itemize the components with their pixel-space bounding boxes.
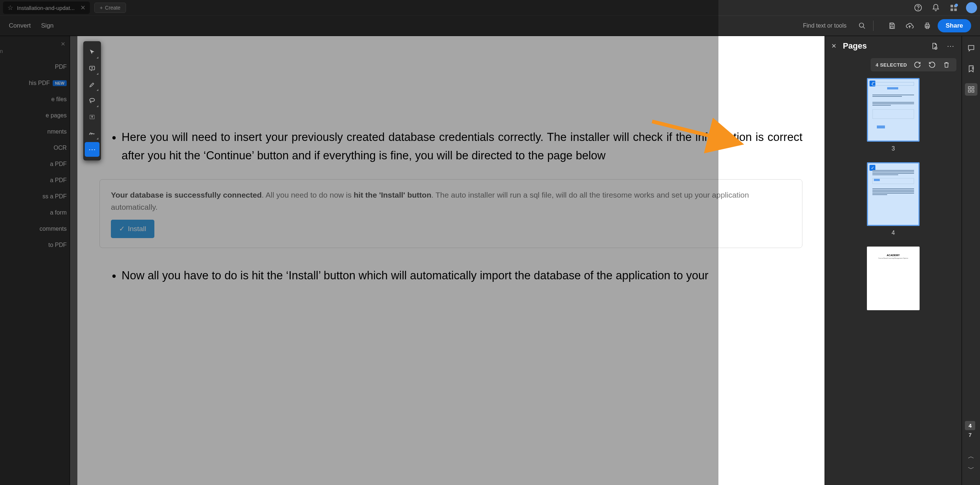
sidebar-item[interactable]: e files — [0, 91, 70, 108]
textbox-tool-icon[interactable] — [85, 110, 99, 124]
svg-point-1 — [918, 10, 918, 10]
divider — [873, 21, 873, 31]
selection-tool-icon[interactable] — [85, 45, 99, 60]
bell-icon[interactable] — [931, 3, 941, 13]
more-tools-icon[interactable]: ⋯ — [85, 142, 99, 157]
selected-count: 4 SELECTED — [876, 62, 907, 68]
document-text: Now all you have to do is hit the ‘Insta… — [122, 266, 802, 285]
avatar[interactable] — [966, 2, 977, 13]
sidebar-item[interactable]: ss a PDF — [0, 189, 70, 204]
right-rail: 4 7 ︿ ﹀ — [962, 36, 980, 485]
thumbnails-icon[interactable] — [965, 83, 977, 96]
document-text: Here you will need to insert your previo… — [122, 128, 802, 165]
share-label: Share — [946, 22, 963, 29]
search-icon[interactable] — [857, 21, 867, 31]
share-button[interactable]: Share — [938, 19, 971, 32]
check-icon: ✓ — [119, 223, 125, 234]
page-up-icon[interactable]: ︿ — [965, 451, 977, 461]
tab-title: Installation-and-updat... — [17, 5, 75, 11]
sidebar-item[interactable]: to PDF — [0, 237, 70, 253]
page-indicator: 4 7 — [965, 421, 975, 438]
sidebar-item[interactable]: his PDF NEW — [0, 75, 70, 91]
lasso-tool-icon[interactable] — [85, 94, 99, 108]
menu-sign[interactable]: Sign — [41, 22, 54, 29]
info-box: Your database is successfully connected.… — [99, 179, 802, 248]
bookmark-icon[interactable] — [965, 63, 977, 75]
sidebar-item[interactable]: e pages — [0, 108, 70, 124]
create-label: Create — [105, 5, 121, 11]
trash-icon[interactable] — [943, 61, 951, 68]
page-nav: ︿ ﹀ — [965, 451, 977, 474]
tab-bar: ☆ Installation-and-updat... × + Create — [0, 0, 980, 16]
save-icon[interactable] — [887, 21, 897, 31]
page-number: 4 — [892, 230, 895, 236]
page-thumbnail[interactable]: ✓ 4 — [825, 162, 962, 236]
sign-tool-icon[interactable] — [85, 126, 99, 141]
sidebar-item[interactable]: OCR — [0, 140, 70, 156]
chat-icon[interactable] — [965, 42, 977, 54]
print-icon[interactable] — [922, 21, 932, 31]
sidebar-item[interactable]: n — [0, 43, 70, 59]
svg-rect-7 — [926, 23, 928, 25]
add-page-icon[interactable] — [931, 42, 939, 50]
sidebar-item[interactable]: PDF — [0, 59, 70, 75]
svg-rect-16 — [972, 90, 974, 92]
page-thumbnail[interactable]: ACADEMY Course Based Learning Management… — [825, 247, 962, 310]
comment-tool-icon[interactable] — [85, 61, 99, 76]
svg-point-10 — [89, 98, 94, 101]
svg-rect-5 — [891, 26, 893, 29]
new-badge: NEW — [52, 80, 67, 86]
rotate-cw-icon[interactable] — [914, 61, 922, 68]
page-down-icon[interactable]: ﹀ — [965, 464, 977, 474]
svg-point-2 — [859, 23, 864, 28]
apps-icon[interactable] — [948, 3, 959, 13]
selection-toolbar: 4 SELECTED — [870, 58, 956, 71]
close-tab-icon[interactable]: × — [78, 3, 86, 13]
left-sidebar: × n PDF his PDF NEW e files e pages nmen… — [0, 36, 70, 485]
highlight-tool-icon[interactable] — [85, 77, 99, 92]
svg-rect-4 — [891, 23, 893, 25]
cloud-upload-icon[interactable] — [904, 21, 915, 31]
install-button-graphic: ✓ Install — [111, 220, 154, 238]
rotate-ccw-icon[interactable] — [928, 61, 937, 68]
main-area: × n PDF his PDF NEW e files e pages nmen… — [0, 36, 980, 485]
pages-title: Pages — [843, 41, 867, 51]
find-text-label[interactable]: Find text or tools — [803, 22, 846, 29]
svg-line-3 — [863, 27, 865, 29]
svg-rect-13 — [968, 87, 970, 89]
sidebar-item[interactable]: comments — [0, 221, 70, 237]
pages-panel: × Pages ⋯ 4 SELECTED ✓ — [824, 36, 962, 485]
floating-toolbar: ⋯ — [83, 41, 101, 160]
toolbar: Convert Sign Find text or tools Share — [0, 16, 980, 36]
menu-convert[interactable]: Convert — [9, 22, 31, 29]
sidebar-item[interactable]: a PDF — [0, 172, 70, 189]
document-tab[interactable]: ☆ Installation-and-updat... × — [3, 2, 90, 14]
sidebar-item[interactable]: a form — [0, 204, 70, 221]
plus-icon: + — [100, 5, 103, 11]
star-icon[interactable]: ☆ — [7, 4, 13, 12]
thumbnails-list[interactable]: ✓ 3 ✓ 4 AC — [825, 75, 962, 485]
close-sidebar-icon[interactable]: × — [61, 40, 65, 48]
document-viewport[interactable]: ⋯ Here you will need to insert your prev… — [70, 36, 824, 485]
close-panel-icon[interactable]: × — [832, 41, 836, 51]
page-number: 3 — [892, 145, 895, 152]
sidebar-item[interactable]: a PDF — [0, 156, 70, 172]
pdf-page: Here you will need to insert your previo… — [77, 36, 824, 485]
svg-rect-15 — [968, 90, 970, 92]
help-icon[interactable] — [913, 3, 923, 13]
page-thumbnail[interactable]: ✓ 3 — [825, 78, 962, 152]
pages-panel-header: × Pages ⋯ — [825, 36, 962, 56]
total-pages: 7 — [969, 432, 972, 438]
create-button[interactable]: + Create — [94, 3, 126, 13]
sidebar-item[interactable]: nments — [0, 124, 70, 140]
more-icon[interactable]: ⋯ — [946, 41, 955, 51]
svg-rect-14 — [972, 87, 974, 89]
current-page[interactable]: 4 — [965, 421, 975, 430]
